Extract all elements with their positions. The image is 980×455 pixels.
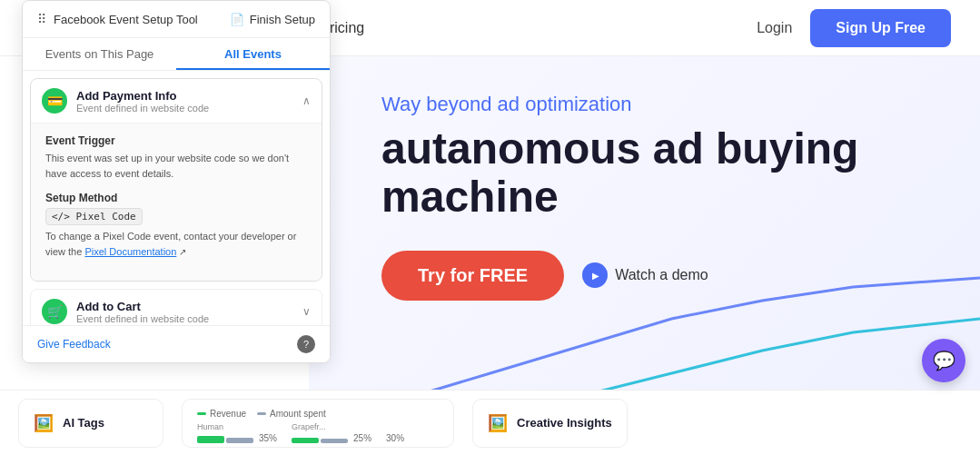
image-icon: 🖼️: [34, 413, 54, 433]
fb-panel-title: Facebook Event Setup Tool: [54, 13, 198, 26]
event-details: Event Trigger This event was set up in y…: [31, 123, 322, 281]
fb-events-list[interactable]: 💳 Add Payment Info Event defined in webs…: [23, 71, 330, 325]
tab-events-on-page[interactable]: Events on This Page: [23, 38, 176, 70]
add-payment-info-event: 💳 Add Payment Info Event defined in webs…: [30, 78, 322, 282]
grapefruit-bar-group: Grapefr... 25%: [292, 422, 371, 443]
fb-panel-header: ⠿ Facebook Event Setup Tool 📄 Finish Set…: [23, 1, 330, 38]
add-to-cart-event: 🛒 Add to Cart Event defined in website c…: [30, 289, 322, 325]
amount-dot: [257, 412, 266, 415]
give-feedback-link[interactable]: Give Feedback: [37, 338, 111, 351]
method-text: To change a Pixel Code event, contact yo…: [45, 229, 307, 259]
human-revenue-bar: [197, 436, 224, 443]
event-sub-2: Event defined in website code: [76, 313, 209, 324]
grapefruit-revenue-bar: [292, 438, 319, 443]
expand-icon[interactable]: ∨: [302, 305, 311, 318]
revenue-legend: Revenue Amount spent: [197, 409, 439, 419]
external-link-icon: ↗: [179, 247, 186, 257]
cart-icon: 🛒: [42, 299, 67, 324]
event-sub: Event defined in website code: [76, 103, 209, 114]
event-left-2: 🛒 Add to Cart Event defined in website c…: [42, 299, 209, 324]
trigger-section: Event Trigger This event was set up in y…: [45, 134, 307, 181]
trigger-label: Event Trigger: [45, 134, 307, 147]
signup-button[interactable]: Sign Up Free: [810, 9, 951, 47]
bottom-strip: 🖼️ AI Tags Revenue Amount spent Human 35…: [0, 390, 980, 455]
creative-insights-label: Creative Insights: [517, 416, 612, 430]
hero-content: Way beyond ad optimization autanomous ad…: [381, 93, 980, 301]
grapefruit-amount-bar: [321, 439, 348, 443]
amount-legend-item: Amount spent: [257, 409, 326, 419]
method-badge: </> Pixel Code: [45, 208, 143, 225]
extra-percent: 30%: [386, 433, 404, 443]
login-button[interactable]: Login: [757, 20, 792, 36]
navbar-actions: Login Sign Up Free: [757, 9, 951, 47]
creative-icon: 🖼️: [488, 413, 508, 433]
event-info: Add Payment Info Event defined in websit…: [76, 89, 209, 114]
help-button[interactable]: ?: [297, 335, 315, 353]
finish-setup-button[interactable]: 📄 Finish Setup: [230, 13, 315, 26]
pixel-doc-link[interactable]: Pixel Documentation: [84, 246, 176, 257]
event-info-2: Add to Cart Event defined in website cod…: [76, 300, 209, 324]
revenue-widget: Revenue Amount spent Human 35% Grapefr..…: [182, 399, 454, 448]
method-label: Setup Method: [45, 192, 307, 204]
human-amount-bar: [226, 438, 253, 443]
trigger-text: This event was set up in your website co…: [45, 151, 307, 181]
chat-widget-button[interactable]: 💬: [922, 339, 965, 382]
facebook-panel: ⠿ Facebook Event Setup Tool 📄 Finish Set…: [22, 0, 331, 363]
revenue-dot: [197, 412, 206, 415]
document-icon: 📄: [230, 13, 244, 26]
event-left: 💳 Add Payment Info Event defined in webs…: [42, 88, 209, 114]
method-section: Setup Method </> Pixel Code To change a …: [45, 192, 307, 259]
event-name-2: Add to Cart: [76, 300, 209, 313]
grapefruit-percent: 25%: [353, 433, 371, 443]
human-percent: 35%: [259, 433, 277, 443]
hero-title: autanomous ad buying machine: [381, 125, 980, 222]
fb-header-left: ⠿ Facebook Event Setup Tool: [37, 12, 198, 26]
add-to-cart-header[interactable]: 🛒 Add to Cart Event defined in website c…: [31, 290, 322, 325]
add-payment-info-header[interactable]: 💳 Add Payment Info Event defined in webs…: [31, 79, 322, 123]
collapse-icon[interactable]: ∧: [302, 94, 311, 107]
chat-icon: 💬: [933, 350, 955, 371]
payment-icon: 💳: [42, 88, 67, 114]
hero-subtitle: Way beyond ad optimization: [381, 93, 980, 116]
method-row: </> Pixel Code: [45, 208, 307, 225]
fb-tabs: Events on This Page All Events: [23, 38, 330, 71]
human-bar-group: Human 35%: [197, 422, 277, 443]
revenue-legend-item: Revenue: [197, 409, 246, 419]
ai-tags-widget: 🖼️ AI Tags: [18, 399, 163, 448]
fb-panel-footer: Give Feedback ?: [23, 325, 330, 362]
event-name: Add Payment Info: [76, 89, 209, 103]
creative-insights-widget: 🖼️ Creative Insights: [472, 399, 628, 448]
tab-all-events[interactable]: All Events: [176, 38, 330, 70]
ai-tags-label: AI Tags: [63, 416, 104, 430]
grid-icon: ⠿: [37, 12, 46, 26]
bar-groups: Human 35% Grapefr... 25% 30%: [197, 422, 439, 443]
